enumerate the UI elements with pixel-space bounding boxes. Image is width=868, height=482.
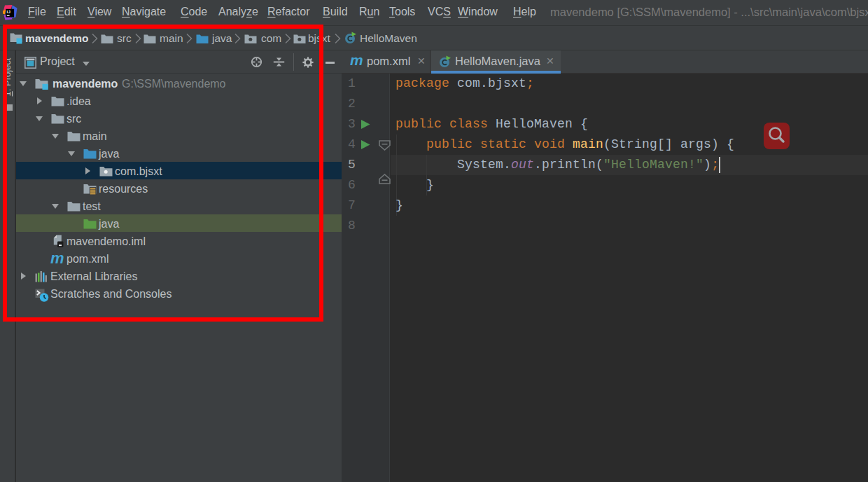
svg-text:IJ: IJ [7, 9, 11, 14]
